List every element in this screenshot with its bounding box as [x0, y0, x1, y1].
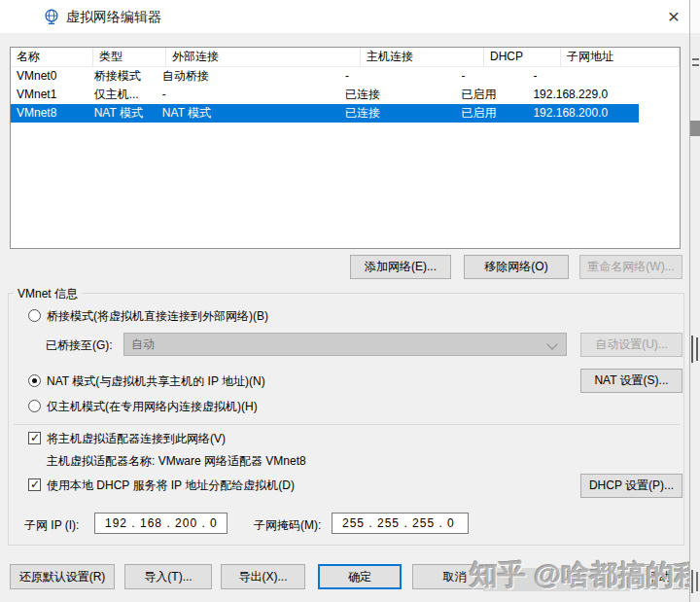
cell-type: 仅主机...	[88, 86, 157, 104]
column-header-external[interactable]: 外部连接	[166, 48, 361, 66]
subnet-mask-input[interactable]	[332, 513, 469, 534]
background-fragment	[692, 64, 699, 66]
column-header-subnet[interactable]: 子网地址	[561, 48, 680, 66]
cell-name: VMnet8	[11, 104, 88, 123]
cell-host: 已连接	[339, 86, 455, 104]
nat-mode-radio[interactable]	[28, 374, 41, 387]
network-list: 名称 类型 外部连接 主机连接 DHCP 子网地址 VMnet0 桥接模式 自动…	[10, 47, 681, 249]
background-fragment	[691, 336, 693, 363]
cell-name: VMnet0	[11, 67, 88, 86]
hostonly-mode-label[interactable]: 仅主机模式(在专用网络内连接虚拟机)(H)	[47, 399, 258, 415]
chevron-down-icon	[546, 338, 557, 349]
watermark-text: 知乎 @啥都搞的程序员	[470, 556, 700, 595]
cell-type: NAT 模式	[88, 104, 157, 123]
cell-external: 自动桥接	[157, 67, 339, 86]
section-divider	[14, 424, 681, 425]
cell-subnet: -	[527, 67, 639, 86]
table-row-vmnet1[interactable]: VMnet1 仅主机... - 已连接 已启用 192.168.229.0	[11, 86, 680, 104]
dialog-right-border	[689, 0, 690, 602]
column-header-name[interactable]: 名称	[11, 48, 93, 66]
cell-subnet: 192.168.200.0	[527, 104, 639, 123]
cell-dhcp: -	[455, 67, 527, 86]
bridged-mode-label[interactable]: 桥接模式(将虚拟机直接连接到外部网络)(B)	[47, 308, 268, 325]
background-fragment	[696, 572, 698, 591]
nat-settings-button[interactable]: NAT 设置(S)...	[580, 369, 682, 393]
local-dhcp-label[interactable]: 使用本地 DHCP 服务将 IP 地址分配给虚拟机(D)	[47, 478, 295, 494]
cell-subnet: 192.168.229.0	[527, 86, 639, 104]
background-strip	[690, 0, 700, 602]
background-fragment	[691, 570, 693, 593]
bridged-mode-radio[interactable]	[28, 309, 41, 322]
bridged-to-value: 自动	[131, 337, 155, 351]
rename-network-button: 重命名网络(W)...	[579, 255, 682, 279]
cell-dhcp: 已启用	[455, 86, 527, 104]
vmnet-info-groupbox	[8, 293, 684, 546]
network-list-header: 名称 类型 外部连接 主机连接 DHCP 子网地址	[11, 48, 680, 67]
restore-defaults-button[interactable]: 还原默认设置(R)	[10, 564, 115, 589]
background-fragment	[692, 58, 699, 60]
close-icon[interactable]: ×	[662, 5, 685, 28]
cell-type: 桥接模式	[88, 67, 157, 86]
column-header-dhcp[interactable]: DHCP	[484, 48, 561, 66]
cell-host: -	[339, 67, 455, 86]
table-row-vmnet8[interactable]: VMnet8 NAT 模式 NAT 模式 已连接 已启用 192.168.200…	[11, 104, 680, 123]
column-header-host[interactable]: 主机连接	[361, 48, 484, 66]
table-row-vmnet0[interactable]: VMnet0 桥接模式 自动桥接 - - -	[11, 67, 680, 86]
virtual-network-editor-icon	[43, 8, 60, 25]
cell-name: VMnet1	[11, 86, 88, 104]
background-strip-top	[690, 0, 700, 33]
ok-button[interactable]: 确定	[318, 564, 402, 589]
column-header-type[interactable]: 类型	[93, 48, 166, 66]
local-dhcp-checkbox[interactable]	[28, 478, 41, 491]
cell-external: NAT 模式	[157, 104, 339, 123]
subnet-ip-label: 子网 IP (I):	[24, 517, 79, 534]
export-button[interactable]: 导出(X)...	[221, 564, 305, 589]
connect-adapter-checkbox[interactable]	[28, 432, 41, 444]
import-button[interactable]: 导入(T)...	[124, 564, 212, 589]
connect-adapter-label[interactable]: 将主机虚拟适配器连接到此网络(V)	[47, 431, 226, 447]
bridged-to-label: 已桥接至(G):	[46, 337, 113, 354]
background-fragment	[696, 337, 698, 361]
cell-host: 已连接	[339, 104, 455, 123]
auto-settings-button: 自动设置(U)...	[580, 333, 682, 357]
hostonly-mode-radio[interactable]	[28, 400, 41, 412]
nat-mode-label[interactable]: NAT 模式(与虚拟机共享主机的 IP 地址)(N)	[47, 373, 265, 390]
subnet-ip-input[interactable]	[94, 513, 228, 534]
add-network-button[interactable]: 添加网络(E)...	[350, 255, 451, 279]
adapter-name-text: 主机虚拟适配器名称: VMware 网络适配器 VMnet8	[47, 453, 306, 470]
remove-network-button[interactable]: 移除网络(O)	[464, 255, 569, 279]
bridged-to-select: 自动	[123, 333, 567, 356]
dhcp-settings-button[interactable]: DHCP 设置(P)...	[580, 474, 682, 498]
cell-external: -	[157, 86, 339, 104]
vmnet-info-label: VMnet 信息	[14, 286, 82, 302]
cell-dhcp: 已启用	[455, 104, 527, 123]
subnet-mask-label: 子网掩码(M):	[254, 517, 321, 534]
window-title: 虚拟网络编辑器	[66, 9, 161, 26]
background-fragment	[690, 121, 700, 136]
